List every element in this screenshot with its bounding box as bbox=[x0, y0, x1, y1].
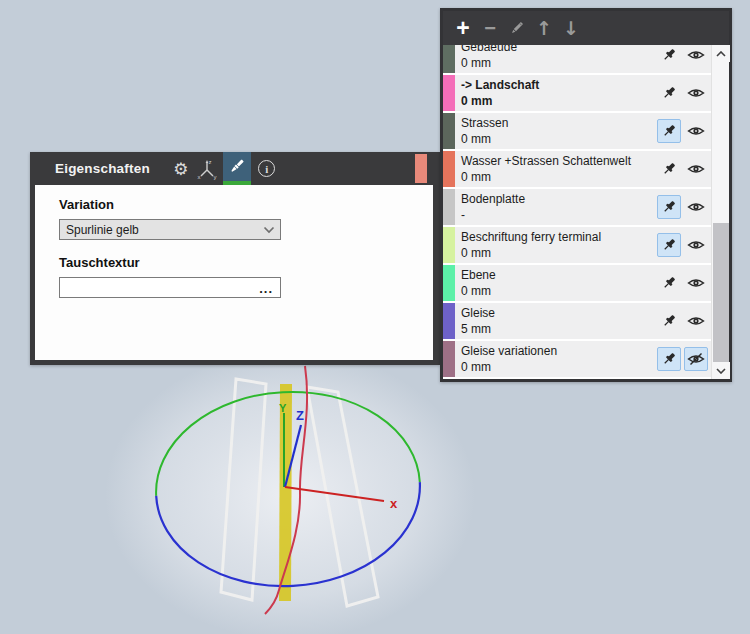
pin-icon bbox=[661, 275, 677, 291]
layer-color bbox=[443, 151, 455, 187]
browse-button[interactable]: ... bbox=[259, 284, 273, 297]
pin-button[interactable] bbox=[657, 309, 681, 333]
eye-icon bbox=[687, 238, 705, 252]
pin-button[interactable] bbox=[657, 347, 681, 371]
layer-color bbox=[443, 227, 455, 263]
layer-name: -> Landschaft bbox=[461, 77, 657, 93]
info-icon: i bbox=[258, 160, 275, 177]
pin-icon bbox=[661, 47, 677, 63]
visibility-button[interactable] bbox=[684, 309, 708, 333]
layer-row[interactable]: Bodenplatte - bbox=[443, 189, 711, 225]
variation-value: Spurlinie gelb bbox=[66, 223, 263, 237]
z-axis-label: Z bbox=[296, 408, 304, 423]
y-axis-label: Y bbox=[279, 402, 287, 414]
edit-layer-button[interactable] bbox=[504, 13, 530, 43]
visibility-button[interactable] bbox=[684, 157, 708, 181]
layer-text: Bodenplatte - bbox=[455, 189, 657, 225]
layer-text: Gebaeude 0 mm bbox=[455, 45, 657, 73]
layer-list: Gebaeude 0 mm -> Landschaft 0 bbox=[443, 45, 711, 379]
layer-height: 0 mm bbox=[461, 55, 657, 71]
layer-name: Gleise variationen bbox=[461, 343, 657, 359]
eye-icon bbox=[687, 124, 705, 138]
tauschtextur-input[interactable]: ... bbox=[59, 277, 281, 298]
chevron-down-icon bbox=[263, 226, 275, 234]
axes-icon: z x y bbox=[196, 158, 218, 180]
properties-body: Variation Spurlinie gelb Tauschtextur ..… bbox=[35, 185, 433, 360]
layer-row[interactable]: Beschriftung ferry terminal 0 mm bbox=[443, 227, 711, 263]
pin-icon bbox=[661, 123, 677, 139]
eye-icon bbox=[687, 276, 705, 290]
axes-tab[interactable]: z x y bbox=[194, 152, 220, 185]
scroll-up-button[interactable] bbox=[712, 45, 730, 62]
pin-button[interactable] bbox=[657, 81, 681, 105]
visibility-button[interactable] bbox=[684, 271, 708, 295]
pin-button[interactable] bbox=[657, 157, 681, 181]
pin-button[interactable] bbox=[657, 45, 681, 67]
layer-name: Ebene bbox=[461, 267, 657, 283]
tauschtextur-label: Tauschtextur bbox=[59, 255, 433, 270]
layer-name: Wasser +Strassen Schattenwelt bbox=[461, 153, 657, 169]
visibility-button[interactable] bbox=[684, 45, 708, 67]
layer-row[interactable]: Strassen 0 mm bbox=[443, 113, 711, 149]
add-layer-button[interactable]: + bbox=[450, 13, 476, 43]
visibility-button[interactable] bbox=[684, 81, 708, 105]
layer-name: Beschriftung ferry terminal bbox=[461, 229, 657, 245]
layer-height: 0 mm bbox=[461, 359, 657, 375]
layer-text: -> Landschaft 0 mm bbox=[455, 75, 657, 111]
svg-text:y: y bbox=[213, 174, 216, 180]
eye-icon bbox=[687, 314, 705, 328]
visibility-button[interactable] bbox=[684, 233, 708, 257]
layer-row[interactable]: Gleise variationen 0 mm bbox=[443, 341, 711, 377]
layer-text: Ebene 0 mm bbox=[455, 265, 657, 301]
visibility-button[interactable] bbox=[684, 347, 708, 371]
layer-name: Gleise bbox=[461, 305, 657, 321]
scroll-down-button[interactable] bbox=[712, 362, 730, 379]
pin-button[interactable] bbox=[657, 233, 681, 257]
settings-tab[interactable]: ⚙ bbox=[168, 152, 194, 185]
layer-text: Gleise variationen 0 mm bbox=[455, 341, 657, 377]
layer-color bbox=[443, 113, 455, 149]
layer-color bbox=[443, 303, 455, 339]
visibility-button[interactable] bbox=[684, 119, 708, 143]
move-layer-down-button[interactable]: ↓ bbox=[558, 13, 584, 43]
svg-text:x: x bbox=[197, 174, 200, 180]
properties-header[interactable]: Eigenschaften ⚙ z x y bbox=[30, 152, 438, 185]
layer-height: 0 mm bbox=[461, 93, 657, 109]
variation-label: Variation bbox=[59, 197, 433, 212]
layer-row[interactable]: Gebaeude 0 mm bbox=[443, 45, 711, 73]
layers-body: Gebaeude 0 mm -> Landschaft 0 bbox=[443, 45, 729, 379]
x-axis-label: x bbox=[390, 496, 398, 511]
layers-scrollbar[interactable] bbox=[711, 45, 729, 379]
remove-layer-button[interactable]: − bbox=[477, 13, 503, 43]
layer-height: 0 mm bbox=[461, 283, 657, 299]
layer-color bbox=[443, 265, 455, 301]
scrollbar-thumb[interactable] bbox=[713, 223, 729, 363]
pin-button[interactable] bbox=[657, 119, 681, 143]
move-layer-up-button[interactable]: ↑ bbox=[531, 13, 557, 43]
layer-row[interactable]: -> Landschaft 0 mm bbox=[443, 75, 711, 111]
panel-title: Eigenschaften bbox=[55, 161, 150, 176]
properties-panel: Eigenschaften ⚙ z x y bbox=[30, 152, 440, 365]
gear-icon: ⚙ bbox=[173, 159, 188, 179]
layer-text: Wasser +Strassen Schattenwelt 0 mm bbox=[455, 151, 657, 187]
layer-name: Strassen bbox=[461, 115, 657, 131]
layer-color bbox=[443, 341, 455, 377]
layer-text: Beschriftung ferry terminal 0 mm bbox=[455, 227, 657, 263]
variation-dropdown[interactable]: Spurlinie gelb bbox=[59, 219, 281, 240]
layer-color bbox=[443, 189, 455, 225]
texture-brush-tab-active[interactable] bbox=[223, 152, 251, 185]
layer-row[interactable]: Gleise 5 mm bbox=[443, 303, 711, 339]
pin-icon bbox=[661, 351, 677, 367]
layer-color bbox=[443, 45, 455, 73]
pencil-icon bbox=[508, 19, 526, 37]
layer-name: Gebaeude bbox=[461, 45, 657, 55]
pin-button[interactable] bbox=[657, 271, 681, 295]
layer-row[interactable]: Wasser +Strassen Schattenwelt 0 mm bbox=[443, 151, 711, 187]
pin-icon bbox=[661, 313, 677, 329]
info-tab[interactable]: i bbox=[254, 152, 280, 185]
pin-button[interactable] bbox=[657, 195, 681, 219]
layer-row[interactable]: Ebene 0 mm bbox=[443, 265, 711, 301]
visibility-button[interactable] bbox=[684, 195, 708, 219]
layer-color bbox=[443, 75, 455, 111]
pin-icon bbox=[661, 237, 677, 253]
